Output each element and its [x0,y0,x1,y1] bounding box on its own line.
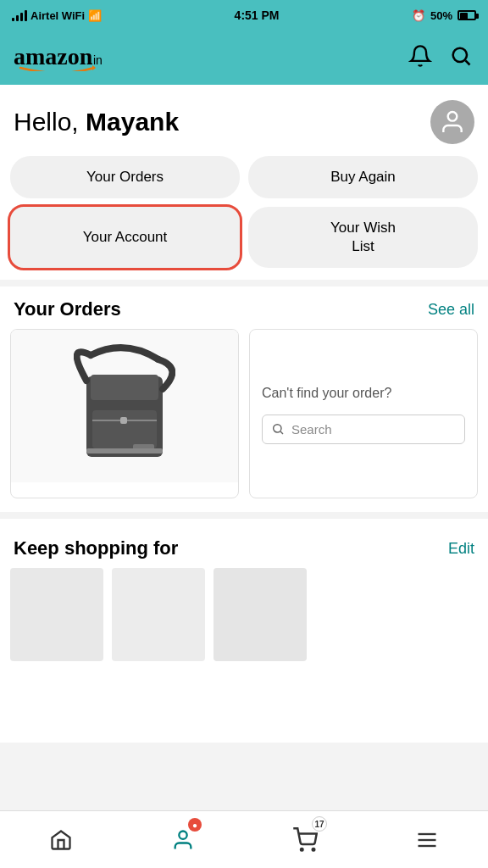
svg-point-13 [274,425,281,432]
svg-rect-8 [92,410,157,448]
battery-icon [458,10,476,20]
product-thumb-2[interactable] [112,568,205,661]
svg-point-15 [179,831,186,838]
bottom-spacer [0,675,488,743]
notification-button[interactable] [407,42,434,70]
amazon-logo-svg: amazon .in [14,41,115,71]
your-orders-section-header: Your Orders See all [0,287,488,329]
svg-rect-10 [120,417,127,424]
keep-shopping-title: Keep shopping for [14,537,178,559]
nav-account[interactable]: ● [122,811,244,868]
svg-rect-7 [91,375,158,400]
carrier-signal: Airtel WiFi 📶 [12,9,102,22]
menu-icon [415,828,439,852]
see-all-orders-link[interactable]: See all [428,301,474,319]
hello-label: Hello, [14,108,86,136]
bell-icon [408,44,432,68]
cart-count-badge: 17 [312,816,327,832]
search-button[interactable] [447,42,474,70]
buy-again-button[interactable]: Buy Again [248,156,478,198]
svg-text:amazon: amazon [14,43,93,70]
nav-cart[interactable]: 17 [244,811,366,868]
wish-list-button[interactable]: Your WishList [248,207,478,268]
user-name: Mayank [86,108,179,136]
keep-shopping-header: Keep shopping for Edit [0,526,488,568]
svg-point-5 [448,112,458,121]
signal-icon [12,9,27,21]
product-thumb-3[interactable] [214,568,307,661]
section-divider-1 [0,280,488,287]
bottom-navigation: ● 17 [0,810,488,868]
order-card-2: Can't find your order? Search [249,329,478,498]
cant-find-order-content: Can't find your order? Search [250,330,477,498]
edit-keep-shopping-link[interactable]: Edit [448,540,474,558]
svg-point-16 [301,849,303,851]
svg-point-17 [313,849,315,851]
orders-section-title: Your Orders [14,298,121,320]
nav-menu[interactable] [366,811,488,868]
search-order-input[interactable]: Search [262,415,465,444]
account-notification-badge: ● [188,818,202,832]
greeting-text: Hello, Mayank [14,108,179,136]
user-avatar-icon [439,108,466,136]
svg-rect-12 [86,448,163,453]
orders-carousel: Can't find your order? Search [0,329,488,512]
amazon-header: amazon .in [0,31,488,85]
product-thumbnails [0,568,488,675]
search-icon [449,44,473,68]
home-icon [49,828,73,852]
battery-percent: 50% [430,9,452,22]
alarm-icon: ⏰ [412,9,425,22]
status-right-icons: ⏰ 50% [412,9,476,22]
svg-line-14 [280,432,283,435]
header-icons [407,42,474,70]
status-bar: Airtel WiFi 📶 4:51 PM ⏰ 50% [0,0,488,31]
order-card-1[interactable] [10,329,239,498]
your-orders-button[interactable]: Your Orders [10,156,240,198]
svg-point-3 [453,48,467,62]
svg-line-4 [465,60,469,64]
status-time: 4:51 PM [235,8,280,22]
your-account-button[interactable]: Your Account [10,207,240,268]
keep-shopping-section: Keep shopping for Edit [0,526,488,675]
account-icon [171,828,195,852]
quick-actions: Your Orders Buy Again Your Account Your … [0,156,488,280]
product-thumb-1[interactable] [10,568,103,661]
bag-product-svg [74,342,175,470]
order-product-image [11,330,238,482]
svg-text:.in: .in [90,53,103,67]
nav-home[interactable] [0,811,122,868]
search-input-icon [271,422,285,436]
hello-section: Hello, Mayank [0,85,488,156]
section-divider-2 [0,512,488,519]
search-order-placeholder: Search [291,422,332,437]
cart-icon [292,827,318,853]
carrier-text: Airtel WiFi [30,9,85,22]
user-avatar-button[interactable] [430,100,474,144]
wifi-icon: 📶 [88,9,102,22]
amazon-logo: amazon .in [14,41,115,71]
main-content: Hello, Mayank Your Orders Buy Again Your… [0,85,488,743]
cant-find-text: Can't find your order? [262,384,391,403]
